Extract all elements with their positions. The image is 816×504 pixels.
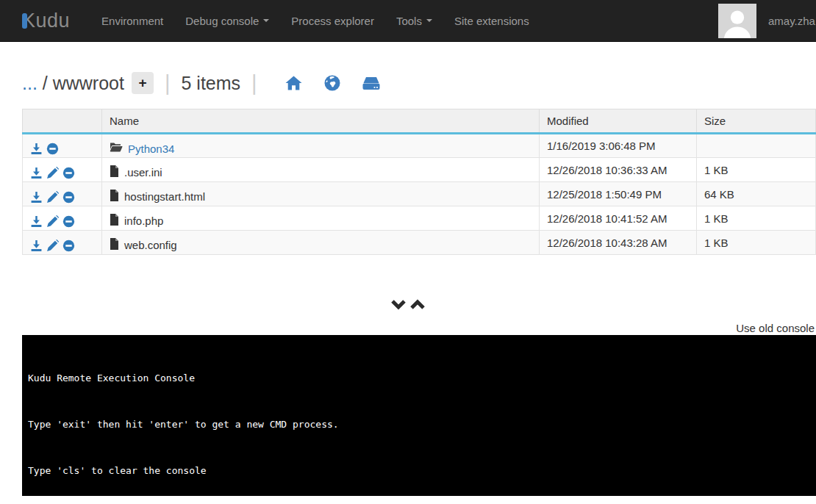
chevron-up-icon[interactable] xyxy=(409,298,426,312)
separator: | xyxy=(165,71,171,96)
use-old-console-link[interactable]: Use old console xyxy=(736,322,815,334)
file-name-label[interactable]: info.php xyxy=(124,215,163,227)
table-row: info.php 12/26/2018 10:41:52 AM 1 KB xyxy=(23,206,816,231)
size-cell xyxy=(697,134,816,158)
file-icon xyxy=(110,190,119,204)
table-row: web.config 12/26/2018 10:43:28 AM 1 KB xyxy=(23,231,816,255)
caret-down-icon xyxy=(263,19,269,22)
modified-cell: 12/25/2018 1:50:49 PM xyxy=(540,182,697,206)
download-icon[interactable] xyxy=(30,240,43,252)
separator: | xyxy=(251,71,257,96)
edit-icon[interactable] xyxy=(46,215,59,228)
edit-icon[interactable] xyxy=(46,191,59,204)
nav-item-process-explorer[interactable]: Process explorer xyxy=(280,0,385,42)
top-navbar: Kudu Environment Debug console Process e… xyxy=(0,0,816,42)
breadcrumb: ... / wwwroot xyxy=(22,73,124,94)
file-name-link[interactable]: Python34 xyxy=(128,143,174,155)
size-cell: 64 KB xyxy=(697,182,816,206)
console-line: Kudu Remote Execution Console xyxy=(28,370,816,386)
breadcrumb-toolbar: ... / wwwroot + | 5 items | xyxy=(22,71,816,96)
kudu-logo[interactable]: Kudu xyxy=(22,10,70,32)
modified-cell: 12/26/2018 10:36:33 AM xyxy=(540,158,697,182)
breadcrumb-current: / wwwroot xyxy=(43,73,124,93)
delete-icon[interactable] xyxy=(46,143,59,155)
person-icon xyxy=(721,7,754,38)
home-icon[interactable] xyxy=(284,74,303,92)
globe-icon[interactable] xyxy=(323,74,341,92)
download-icon[interactable] xyxy=(30,167,43,179)
add-item-button[interactable]: + xyxy=(132,72,154,94)
file-icon xyxy=(110,238,119,252)
edit-icon[interactable] xyxy=(46,240,59,252)
modified-cell: 12/26/2018 10:41:52 AM xyxy=(540,206,697,231)
old-console-row: Use old console xyxy=(0,322,816,335)
kudu-logo-text: Kudu xyxy=(22,10,70,32)
modified-cell: 1/16/2019 3:06:48 PM xyxy=(540,134,697,158)
delete-icon[interactable] xyxy=(62,191,75,204)
table-row: Python34 1/16/2019 3:06:48 PM xyxy=(23,134,816,158)
console-resize-controls xyxy=(0,298,816,312)
nav-item-site-extensions[interactable]: Site extensions xyxy=(443,0,540,42)
name-column-header[interactable]: Name xyxy=(102,109,540,134)
nav-item-debug-console[interactable]: Debug console xyxy=(174,0,280,42)
download-icon[interactable] xyxy=(30,215,43,228)
delete-icon[interactable] xyxy=(62,240,75,252)
table-row: hostingstart.html 12/25/2018 1:50:49 PM … xyxy=(23,182,816,206)
edit-icon[interactable] xyxy=(46,167,59,179)
table-header-row: Name Modified Size xyxy=(23,109,816,134)
chevron-down-icon[interactable] xyxy=(390,298,407,312)
quick-nav-icons xyxy=(274,74,391,92)
delete-icon[interactable] xyxy=(62,215,75,228)
table-row: .user.ini 12/26/2018 10:36:33 AM 1 KB xyxy=(23,158,816,182)
modified-column-header[interactable]: Modified xyxy=(540,109,697,134)
username-label[interactable]: amay.zha xyxy=(768,15,815,27)
file-icon xyxy=(110,165,119,179)
file-name-label[interactable]: .user.ini xyxy=(124,166,162,179)
remote-execution-console[interactable]: Kudu Remote Execution Console Type 'exit… xyxy=(22,335,816,496)
size-column-header[interactable]: Size xyxy=(697,109,816,134)
folder-icon xyxy=(110,142,123,155)
download-icon[interactable] xyxy=(30,191,43,204)
console-line: Type 'exit' then hit 'enter' to get a ne… xyxy=(28,417,816,432)
console-line: Type 'cls' to clear the console xyxy=(28,463,816,478)
size-cell: 1 KB xyxy=(697,231,816,255)
size-cell: 1 KB xyxy=(697,158,816,182)
breadcrumb-parent-link[interactable]: ... xyxy=(22,73,37,93)
file-name-label[interactable]: web.config xyxy=(124,239,177,251)
delete-icon[interactable] xyxy=(62,167,75,179)
avatar[interactable] xyxy=(718,4,756,38)
download-icon[interactable] xyxy=(30,143,43,155)
hdd-icon[interactable] xyxy=(362,74,381,92)
nav-item-tools[interactable]: Tools xyxy=(385,0,443,42)
caret-down-icon xyxy=(426,19,432,22)
nav-item-environment[interactable]: Environment xyxy=(90,0,174,42)
file-icon xyxy=(110,214,119,228)
file-table: Name Modified Size Python34 1/16/2019 xyxy=(22,109,816,255)
modified-cell: 12/26/2018 10:43:28 AM xyxy=(540,231,697,255)
kudu-logo-mark-icon xyxy=(22,13,27,29)
size-cell: 1 KB xyxy=(697,206,816,231)
item-count-label: 5 items xyxy=(181,73,240,94)
actions-column-header xyxy=(23,109,102,134)
file-name-label[interactable]: hostingstart.html xyxy=(124,190,205,203)
